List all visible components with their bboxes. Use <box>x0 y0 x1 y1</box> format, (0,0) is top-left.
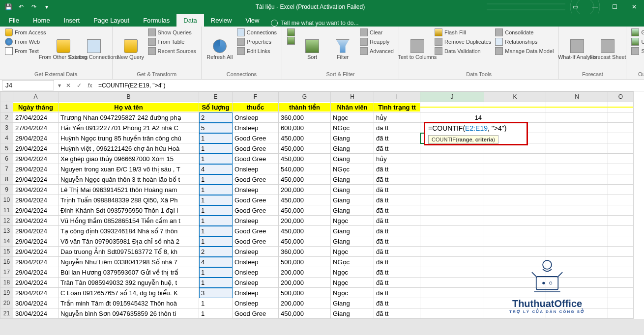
cell[interactable]: Good Gree <box>233 195 279 205</box>
cell[interactable]: Ngọc <box>331 278 374 288</box>
ribbon-options-icon[interactable]: ▭ <box>565 1 585 12</box>
cell[interactable]: 540,000 <box>279 164 331 174</box>
cell[interactable]: đã tt <box>374 308 420 319</box>
cell[interactable] <box>484 164 546 174</box>
cell[interactable]: 2 <box>199 112 233 123</box>
header-cell[interactable]: Ngày tháng <box>13 102 59 112</box>
cell[interactable] <box>420 154 484 164</box>
col-header-E[interactable]: E <box>199 92 233 102</box>
cell[interactable]: 2 <box>199 247 233 257</box>
cell[interactable] <box>420 195 484 205</box>
cell[interactable] <box>484 298 546 308</box>
cell[interactable]: 500,000 <box>279 257 331 267</box>
cell[interactable]: đã tt <box>374 298 420 308</box>
cancel-formula-icon[interactable]: ✕ <box>63 82 74 89</box>
sort-az-button[interactable] <box>287 28 295 36</box>
cell[interactable] <box>608 298 634 308</box>
cell[interactable] <box>484 278 546 288</box>
sort-za-button[interactable] <box>287 37 295 45</box>
cell[interactable]: NGọc <box>331 164 374 174</box>
tell-me-search[interactable]: Tell me what you want to do... <box>271 20 358 27</box>
cell[interactable]: 30/04/2024 <box>13 298 59 308</box>
cell[interactable]: đã tt <box>374 216 420 226</box>
close-icon[interactable]: ✕ <box>624 1 644 12</box>
cell[interactable]: 1 <box>199 154 233 164</box>
tab-formulas[interactable]: Formulas <box>136 14 176 27</box>
relationships-button[interactable]: Relationships <box>495 38 554 46</box>
cell[interactable]: Onsleep <box>233 288 279 298</box>
cell[interactable]: 600,000 <box>279 123 331 133</box>
col-header-I[interactable]: I <box>374 92 420 102</box>
cell[interactable]: Giang <box>331 154 374 164</box>
cell[interactable] <box>420 174 484 185</box>
row-header[interactable]: 14 <box>0 236 13 247</box>
fx-icon[interactable]: fx <box>85 82 95 89</box>
cell[interactable]: Good Gree <box>233 226 279 236</box>
cell[interactable] <box>608 112 634 123</box>
save-icon[interactable]: 💾 <box>3 1 14 12</box>
reapply-button[interactable]: Reapply <box>360 38 394 46</box>
cell[interactable]: Trân Tân 0985949032 392 nguyễn huệ, t <box>59 278 199 288</box>
cell[interactable]: 27/04/2024 <box>13 112 59 123</box>
qat-customize-icon[interactable]: ▾ <box>41 1 52 12</box>
name-box[interactable] <box>2 80 54 90</box>
col-header-G[interactable]: G <box>279 92 331 102</box>
cell[interactable] <box>546 278 608 288</box>
sort-button[interactable]: Sort <box>299 28 325 70</box>
cell[interactable]: đã tt <box>374 247 420 257</box>
col-header-A[interactable]: A <box>13 92 59 102</box>
tab-view[interactable]: View <box>238 14 266 27</box>
cell[interactable]: đã tt <box>374 195 420 205</box>
cell[interactable] <box>420 226 484 236</box>
group-button[interactable]: Group <box>631 28 644 36</box>
row-header[interactable]: 15 <box>0 247 13 257</box>
cell[interactable] <box>546 205 608 216</box>
cell[interactable] <box>608 236 634 247</box>
cell[interactable]: Onsleep <box>233 267 279 278</box>
cell[interactable]: 29/04/2024 <box>13 133 59 143</box>
forecast-sheet-button[interactable]: Forecast Sheet <box>594 28 621 70</box>
cell[interactable] <box>546 298 608 308</box>
cell[interactable]: 29/04/2024 <box>13 154 59 164</box>
row-header[interactable]: 5 <box>0 143 13 154</box>
row-header[interactable]: 20 <box>0 298 13 308</box>
row-header[interactable]: 19 <box>0 288 13 298</box>
cell[interactable]: 200,000 <box>279 298 331 308</box>
cell[interactable] <box>608 164 634 174</box>
cell[interactable] <box>608 185 634 195</box>
header-cell[interactable]: thành tiền <box>279 102 331 112</box>
cell[interactable]: Huỳnh việt , 0962121426 chợ ân hữu Hoà <box>59 143 199 154</box>
cell[interactable]: C Loan 0912657657 số 14, dg bg biểu. K <box>59 288 199 298</box>
cell[interactable]: 29/04/2024 <box>13 247 59 257</box>
cell[interactable]: 29/04/2024 <box>13 205 59 216</box>
from-other-sources-button[interactable]: From Other Sources <box>50 28 77 70</box>
cell[interactable]: Good Gree <box>233 205 279 216</box>
cell[interactable]: Giang <box>331 205 374 216</box>
cell[interactable] <box>546 154 608 164</box>
cell[interactable]: 27/04/2024 <box>13 123 59 133</box>
cell[interactable]: Trần minh Tâm đt 0915945432 Thôn hoà <box>59 298 199 308</box>
cell[interactable] <box>546 123 608 133</box>
cell[interactable] <box>546 185 608 195</box>
tab-review[interactable]: Review <box>204 14 239 27</box>
cell[interactable]: Vũ Hồng thắm 0852865154 Tiền cầm an t <box>59 216 199 226</box>
cell[interactable] <box>608 226 634 236</box>
cell[interactable]: đã tt <box>374 257 420 267</box>
cell[interactable]: Ngọc <box>331 247 374 257</box>
row-header[interactable]: 17 <box>0 267 13 278</box>
cell[interactable] <box>420 236 484 247</box>
cell[interactable] <box>484 112 546 123</box>
consolidate-button[interactable]: Consolidate <box>495 28 554 36</box>
cell[interactable]: đã tt <box>374 133 420 143</box>
cell[interactable] <box>546 308 608 319</box>
header-cell[interactable]: Nhân viên <box>331 102 374 112</box>
col-header-F[interactable]: F <box>233 92 279 102</box>
from-web-button[interactable]: From Web <box>5 38 46 46</box>
row-header[interactable]: 12 <box>0 216 13 226</box>
row-header[interactable]: 3 <box>0 123 13 133</box>
cell[interactable] <box>608 133 634 143</box>
cell[interactable] <box>546 112 608 123</box>
cell[interactable]: 1 <box>199 267 233 278</box>
cell[interactable]: 5 <box>199 123 233 133</box>
whatif-button[interactable]: What-If Analysis <box>564 28 590 70</box>
